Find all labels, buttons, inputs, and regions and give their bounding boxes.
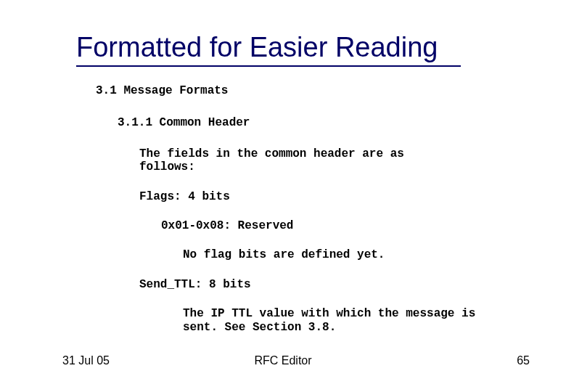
title-underline: [76, 65, 461, 67]
footer-center: RFC Editor: [0, 354, 566, 367]
ttl-description: The IP TTL value with which the message …: [183, 307, 530, 334]
flags-field: Flags: 4 bits: [139, 190, 530, 203]
section-3-1-1: 3.1.1 Common Header: [118, 116, 530, 129]
fields-intro-line1: The fields in the common header are as: [139, 147, 404, 160]
send-ttl-field: Send_TTL: 8 bits: [139, 278, 530, 291]
fields-intro: The fields in the common header are as f…: [139, 147, 530, 174]
section-3-1: 3.1 Message Formats: [96, 84, 530, 97]
ttl-line1: The IP TTL value with which the message …: [183, 307, 475, 320]
footer: 31 Jul 05 RFC Editor 65: [0, 353, 566, 367]
slide: Formatted for Easier Reading 3.1 Message…: [0, 0, 566, 392]
slide-title: Formatted for Easier Reading: [76, 32, 438, 63]
ttl-line2: sent. See Section 3.8.: [183, 321, 336, 334]
no-flag-bits: No flag bits are defined yet.: [183, 248, 530, 261]
slide-content: 3.1 Message Formats 3.1.1 Common Header …: [96, 84, 530, 334]
reserved-range: 0x01-0x08: Reserved: [161, 219, 530, 232]
footer-page-number: 65: [517, 354, 530, 367]
fields-intro-line2: follows:: [139, 160, 195, 173]
